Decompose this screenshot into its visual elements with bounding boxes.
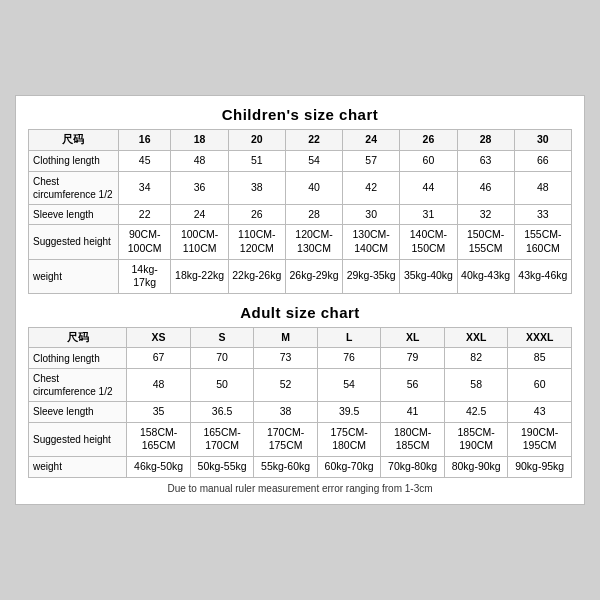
cell-0-5: 82 <box>444 348 508 369</box>
table-row: Clothing length67707376798285 <box>29 348 572 369</box>
cell-4-5: 80kg-90kg <box>444 457 508 478</box>
cell-4-3: 26kg-29kg <box>285 259 342 293</box>
row-label-4: weight <box>29 259 119 293</box>
header-cell-7: 28 <box>457 130 514 151</box>
table-row: Sleeve length2224262830313233 <box>29 204 572 225</box>
footnote: Due to manual ruler measurement error ra… <box>28 483 572 494</box>
cell-3-2: 170CM-175CM <box>254 422 318 456</box>
cell-0-5: 60 <box>400 150 457 171</box>
table-row: weight14kg-17kg18kg-22kg22kg-26kg26kg-29… <box>29 259 572 293</box>
cell-3-1: 100CM-110CM <box>171 225 228 259</box>
cell-2-3: 39.5 <box>317 402 381 423</box>
cell-0-1: 48 <box>171 150 228 171</box>
table-row: Sleeve length3536.53839.54142.543 <box>29 402 572 423</box>
cell-4-6: 40kg-43kg <box>457 259 514 293</box>
cell-2-0: 35 <box>127 402 191 423</box>
header-cell-8: 30 <box>514 130 571 151</box>
cell-2-2: 38 <box>254 402 318 423</box>
cell-3-0: 158CM-165CM <box>127 422 191 456</box>
row-label-0: Clothing length <box>29 150 119 171</box>
table-row: weight46kg-50kg50kg-55kg55kg-60kg60kg-70… <box>29 457 572 478</box>
row-label-4: weight <box>29 457 127 478</box>
cell-1-0: 48 <box>127 369 191 402</box>
cell-2-4: 30 <box>343 204 400 225</box>
cell-1-3: 40 <box>285 171 342 204</box>
cell-3-4: 130CM-140CM <box>343 225 400 259</box>
cell-3-5: 140CM-150CM <box>400 225 457 259</box>
cell-1-7: 48 <box>514 171 571 204</box>
cell-2-1: 24 <box>171 204 228 225</box>
adult-header-row: 尺码XSSMLXLXXLXXXL <box>29 327 572 348</box>
cell-3-7: 155CM-160CM <box>514 225 571 259</box>
cell-1-1: 36 <box>171 171 228 204</box>
header-cell-5: 24 <box>343 130 400 151</box>
size-chart-container: Children's size chart 尺码1618202224262830… <box>15 95 585 504</box>
cell-4-0: 46kg-50kg <box>127 457 191 478</box>
header-cell-0: 尺码 <box>29 130 119 151</box>
cell-1-2: 38 <box>228 171 285 204</box>
table-row: Suggested height158CM-165CM165CM-170CM17… <box>29 422 572 456</box>
row-label-3: Suggested height <box>29 225 119 259</box>
children-chart-title: Children's size chart <box>28 106 572 123</box>
cell-0-3: 54 <box>285 150 342 171</box>
cell-4-1: 50kg-55kg <box>190 457 254 478</box>
cell-2-2: 26 <box>228 204 285 225</box>
header-cell-6: 26 <box>400 130 457 151</box>
row-label-0: Clothing length <box>29 348 127 369</box>
cell-0-3: 76 <box>317 348 381 369</box>
cell-0-2: 51 <box>228 150 285 171</box>
row-label-1: Chest circumference 1/2 <box>29 171 119 204</box>
cell-1-6: 46 <box>457 171 514 204</box>
cell-3-0: 90CM-100CM <box>118 225 171 259</box>
adult-size-table: 尺码XSSMLXLXXLXXXL Clothing length67707376… <box>28 327 572 478</box>
header-cell-4: 22 <box>285 130 342 151</box>
cell-1-1: 50 <box>190 369 254 402</box>
table-row: Chest circumference 1/23436384042444648 <box>29 171 572 204</box>
cell-0-7: 66 <box>514 150 571 171</box>
cell-4-1: 18kg-22kg <box>171 259 228 293</box>
header-cell-1: 16 <box>118 130 171 151</box>
table-row: Chest circumference 1/248505254565860 <box>29 369 572 402</box>
cell-4-5: 35kg-40kg <box>400 259 457 293</box>
children-header-row: 尺码1618202224262830 <box>29 130 572 151</box>
row-label-2: Sleeve length <box>29 402 127 423</box>
row-label-1: Chest circumference 1/2 <box>29 369 127 402</box>
cell-3-4: 180CM-185CM <box>381 422 445 456</box>
cell-0-4: 57 <box>343 150 400 171</box>
cell-2-1: 36.5 <box>190 402 254 423</box>
cell-4-7: 43kg-46kg <box>514 259 571 293</box>
cell-3-6: 190CM-195CM <box>508 422 572 456</box>
cell-3-3: 175CM-180CM <box>317 422 381 456</box>
cell-1-6: 60 <box>508 369 572 402</box>
row-label-3: Suggested height <box>29 422 127 456</box>
cell-4-6: 90kg-95kg <box>508 457 572 478</box>
cell-4-3: 60kg-70kg <box>317 457 381 478</box>
header-cell-2: S <box>190 327 254 348</box>
cell-4-2: 22kg-26kg <box>228 259 285 293</box>
cell-3-6: 150CM-155CM <box>457 225 514 259</box>
cell-1-0: 34 <box>118 171 171 204</box>
cell-2-3: 28 <box>285 204 342 225</box>
cell-0-6: 85 <box>508 348 572 369</box>
cell-3-3: 120CM-130CM <box>285 225 342 259</box>
cell-0-1: 70 <box>190 348 254 369</box>
cell-4-2: 55kg-60kg <box>254 457 318 478</box>
cell-1-2: 52 <box>254 369 318 402</box>
cell-0-2: 73 <box>254 348 318 369</box>
cell-1-5: 58 <box>444 369 508 402</box>
cell-0-0: 67 <box>127 348 191 369</box>
children-size-table: 尺码1618202224262830 Clothing length454851… <box>28 129 572 293</box>
table-row: Suggested height90CM-100CM100CM-110CM110… <box>29 225 572 259</box>
cell-1-4: 56 <box>381 369 445 402</box>
cell-2-6: 43 <box>508 402 572 423</box>
cell-2-5: 31 <box>400 204 457 225</box>
cell-0-4: 79 <box>381 348 445 369</box>
cell-1-5: 44 <box>400 171 457 204</box>
header-cell-5: XL <box>381 327 445 348</box>
header-cell-6: XXL <box>444 327 508 348</box>
header-cell-2: 18 <box>171 130 228 151</box>
cell-3-5: 185CM-190CM <box>444 422 508 456</box>
cell-1-4: 42 <box>343 171 400 204</box>
header-cell-3: 20 <box>228 130 285 151</box>
header-cell-0: 尺码 <box>29 327 127 348</box>
